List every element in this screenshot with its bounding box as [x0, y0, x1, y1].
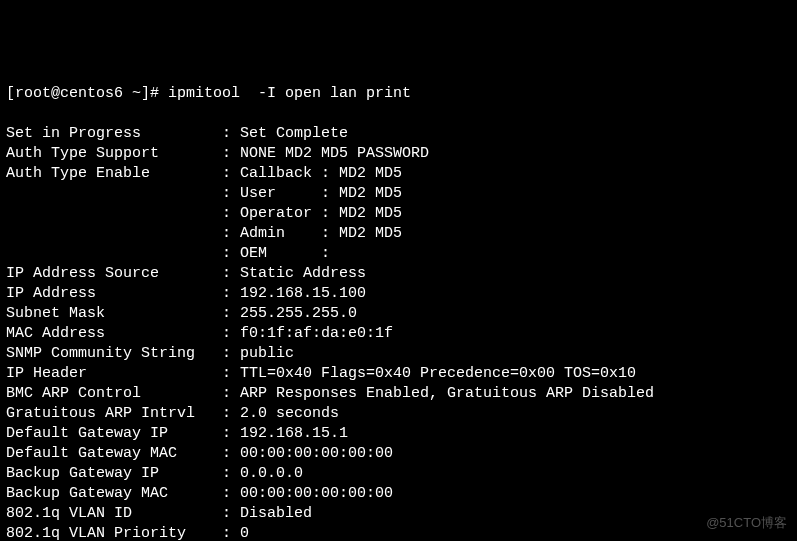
output-line: 802.1q VLAN Priority : 0	[6, 524, 791, 541]
output-line: Subnet Mask : 255.255.255.0	[6, 304, 791, 324]
output-line: Backup Gateway MAC : 00:00:00:00:00:00	[6, 484, 791, 504]
output-line: Default Gateway MAC : 00:00:00:00:00:00	[6, 444, 791, 464]
output-line: : User : MD2 MD5	[6, 184, 791, 204]
output-line: 802.1q VLAN ID : Disabled	[6, 504, 791, 524]
output-line: IP Header : TTL=0x40 Flags=0x40 Preceden…	[6, 364, 791, 384]
command-prompt: [root@centos6 ~]# ipmitool -I open lan p…	[6, 84, 791, 104]
output-line: Set in Progress : Set Complete	[6, 124, 791, 144]
output-line: MAC Address : f0:1f:af:da:e0:1f	[6, 324, 791, 344]
output-line: Default Gateway IP : 192.168.15.1	[6, 424, 791, 444]
output-line: IP Address Source : Static Address	[6, 264, 791, 284]
output-lines: Set in Progress : Set CompleteAuth Type …	[6, 124, 791, 541]
output-line: SNMP Community String : public	[6, 344, 791, 364]
output-line: Auth Type Enable : Callback : MD2 MD5	[6, 164, 791, 184]
output-line: Auth Type Support : NONE MD2 MD5 PASSWOR…	[6, 144, 791, 164]
output-line: Gratuitous ARP Intrvl : 2.0 seconds	[6, 404, 791, 424]
output-line: : OEM :	[6, 244, 791, 264]
output-line: BMC ARP Control : ARP Responses Enabled,…	[6, 384, 791, 404]
output-line: : Operator : MD2 MD5	[6, 204, 791, 224]
watermark-text: @51CTO博客	[706, 513, 787, 533]
output-line: IP Address : 192.168.15.100	[6, 284, 791, 304]
output-line: : Admin : MD2 MD5	[6, 224, 791, 244]
output-line: Backup Gateway IP : 0.0.0.0	[6, 464, 791, 484]
